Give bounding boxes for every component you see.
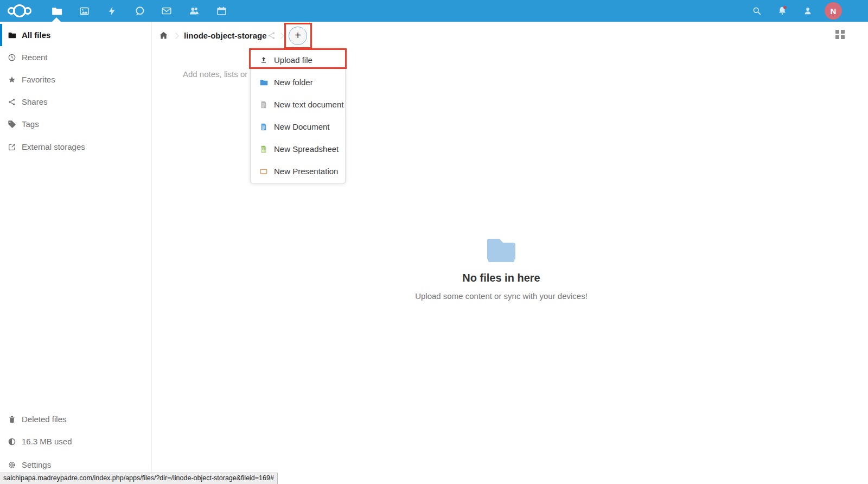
trash-icon [8,415,16,424]
nextcloud-logo[interactable] [8,4,39,18]
bell-icon [776,5,788,17]
menu-item-new-text-document[interactable]: New text document [251,93,345,116]
chevron-right-icon [173,33,178,39]
grid-square [841,30,845,34]
menu-item-label: Upload file [274,55,312,65]
sidebar-item-label: Recent [22,53,48,62]
empty-folder-icon [486,237,516,263]
files-sidebar: All files Recent Favorites Shares Tags E… [0,22,152,484]
folder-icon [8,31,16,40]
spreadsheet-file-icon [259,145,268,154]
top-header-bar: N [0,0,868,22]
menu-item-label: New Document [274,122,330,131]
magnifier-icon [751,5,762,16]
plus-icon: + [295,29,301,41]
sidebar-item-shares[interactable]: Shares [0,91,151,113]
grid-view-toggle-icon[interactable] [835,30,845,40]
clock-icon [8,53,16,62]
app-contacts-icon[interactable] [182,0,206,22]
sidebar-item-external-storages[interactable]: External storages [0,136,151,158]
active-app-indicator [52,17,61,22]
sidebar-item-quota[interactable]: 16.3 MB used [0,430,151,453]
gear-icon [8,461,16,469]
quota-label: 16.3 MB used [22,437,72,446]
people-icon [188,5,200,17]
sidebar-item-label: External storages [22,142,85,151]
empty-state-subtitle: Upload some content or sync with your de… [152,291,851,301]
envelope-icon [161,5,173,17]
sidebar-item-favorites[interactable]: Favorites [0,68,151,91]
breadcrumb-folder-name[interactable]: linode-object-storage [184,31,267,40]
sidebar-item-label: Shares [22,97,48,106]
new-file-menu: Upload file New folder New text document… [250,48,346,183]
notifications-bell-icon[interactable] [770,0,794,22]
image-icon [79,5,90,17]
menu-item-label: New text document [274,100,343,109]
lightning-icon [107,5,117,17]
share-icon [8,98,16,106]
menu-item-new-presentation[interactable]: New Presentation [251,160,345,182]
sidebar-item-all-files[interactable]: All files [0,24,151,46]
link-status-bar: salchipapa.madreypadre.com/index.php/app… [0,473,278,484]
sidebar-item-label: Settings [22,460,51,469]
app-calendar-icon[interactable] [209,0,233,22]
sidebar-item-deleted-files[interactable]: Deleted files [0,408,151,430]
menu-item-new-spreadsheet[interactable]: New Spreadsheet [251,138,345,160]
logo-circle-right [24,7,31,15]
upload-icon [259,56,268,65]
contacts-menu-icon[interactable] [796,0,820,22]
document-file-icon [259,123,268,131]
workspace-notes-hint[interactable]: Add notes, lists or lin [183,69,258,79]
presentation-file-icon [259,167,268,176]
avatar-initial: N [831,7,837,16]
empty-folder-state: No files in here Upload some content or … [152,237,851,301]
folder-icon [259,78,268,87]
search-icon[interactable] [745,0,769,22]
share-folder-button[interactable] [267,31,276,42]
status-url: salchipapa.madreypadre.com/index.php/app… [3,474,274,482]
new-file-plus-button[interactable]: + [289,27,307,45]
speech-bubble-icon [134,5,145,17]
menu-item-label: New Presentation [274,167,338,176]
tag-icon [8,120,16,129]
breadcrumb: linode-object-storage [152,22,868,50]
star-icon [8,75,16,84]
user-avatar[interactable]: N [825,2,842,20]
person-icon [802,5,813,16]
share-icon [267,31,276,40]
sidebar-item-label: Deleted files [22,415,67,424]
empty-state-title: No files in here [152,272,851,284]
menu-item-upload-file[interactable]: Upload file [251,49,345,71]
menu-item-label: New folder [274,78,313,87]
menu-item-new-document[interactable]: New Document [251,116,345,138]
app-photos-icon[interactable] [72,0,96,22]
app-mail-icon[interactable] [155,0,178,22]
grid-square [835,30,839,34]
sidebar-item-label: All files [22,30,50,40]
home-icon [158,30,169,41]
sidebar-item-label: Favorites [22,75,55,84]
app-activity-icon[interactable] [100,0,124,22]
sidebar-item-recent[interactable]: Recent [0,46,151,68]
grid-square [835,35,839,39]
app-talk-icon[interactable] [127,0,151,22]
grid-square [841,35,845,39]
menu-item-label: New Spreadsheet [274,144,339,154]
sidebar-item-tags[interactable]: Tags [0,113,151,135]
sidebar-item-label: Tags [22,119,39,129]
calendar-icon [216,5,227,17]
menu-item-new-folder[interactable]: New folder [251,71,345,93]
active-item-bar [0,24,2,46]
home-breadcrumb-button[interactable] [158,30,169,43]
external-link-icon [8,143,16,151]
quota-pie-icon [8,437,16,446]
text-file-icon [259,100,268,109]
folder-icon [51,5,62,17]
chevron-right-icon [278,33,284,39]
